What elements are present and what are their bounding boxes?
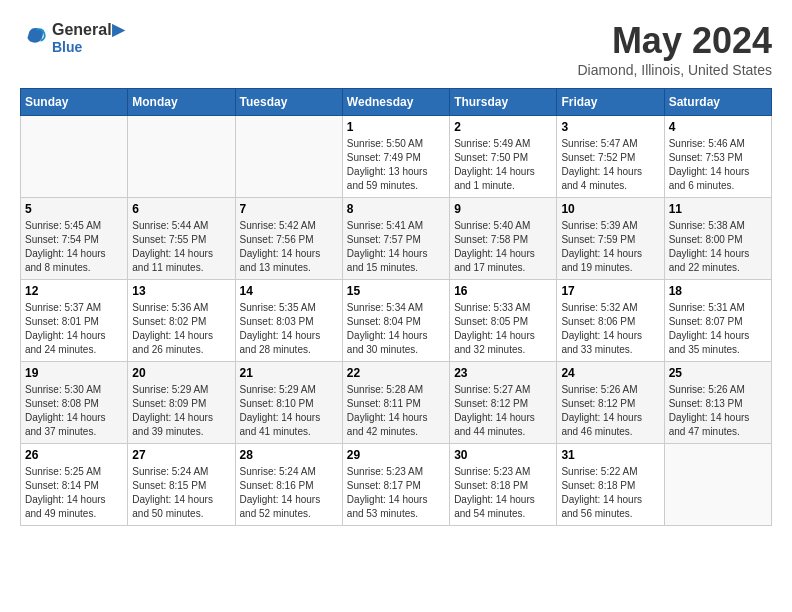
month-year-title: May 2024 <box>577 20 772 62</box>
day-number: 6 <box>132 202 230 216</box>
day-info: Sunrise: 5:35 AMSunset: 8:03 PMDaylight:… <box>240 301 338 357</box>
calendar-cell: 27Sunrise: 5:24 AMSunset: 8:15 PMDayligh… <box>128 444 235 526</box>
calendar-cell: 14Sunrise: 5:35 AMSunset: 8:03 PMDayligh… <box>235 280 342 362</box>
day-number: 31 <box>561 448 659 462</box>
weekday-header-friday: Friday <box>557 89 664 116</box>
calendar-cell: 29Sunrise: 5:23 AMSunset: 8:17 PMDayligh… <box>342 444 449 526</box>
calendar-week-3: 12Sunrise: 5:37 AMSunset: 8:01 PMDayligh… <box>21 280 772 362</box>
day-info: Sunrise: 5:31 AMSunset: 8:07 PMDaylight:… <box>669 301 767 357</box>
day-info: Sunrise: 5:49 AMSunset: 7:50 PMDaylight:… <box>454 137 552 193</box>
day-number: 14 <box>240 284 338 298</box>
calendar-cell: 26Sunrise: 5:25 AMSunset: 8:14 PMDayligh… <box>21 444 128 526</box>
calendar-cell: 25Sunrise: 5:26 AMSunset: 8:13 PMDayligh… <box>664 362 771 444</box>
day-number: 24 <box>561 366 659 380</box>
day-number: 30 <box>454 448 552 462</box>
title-block: May 2024 Diamond, Illinois, United State… <box>577 20 772 78</box>
day-number: 12 <box>25 284 123 298</box>
calendar-cell: 17Sunrise: 5:32 AMSunset: 8:06 PMDayligh… <box>557 280 664 362</box>
calendar-week-5: 26Sunrise: 5:25 AMSunset: 8:14 PMDayligh… <box>21 444 772 526</box>
calendar-cell: 21Sunrise: 5:29 AMSunset: 8:10 PMDayligh… <box>235 362 342 444</box>
calendar-cell: 20Sunrise: 5:29 AMSunset: 8:09 PMDayligh… <box>128 362 235 444</box>
calendar-cell: 16Sunrise: 5:33 AMSunset: 8:05 PMDayligh… <box>450 280 557 362</box>
day-info: Sunrise: 5:42 AMSunset: 7:56 PMDaylight:… <box>240 219 338 275</box>
day-info: Sunrise: 5:32 AMSunset: 8:06 PMDaylight:… <box>561 301 659 357</box>
day-number: 25 <box>669 366 767 380</box>
logo-icon <box>20 24 48 52</box>
calendar-cell: 23Sunrise: 5:27 AMSunset: 8:12 PMDayligh… <box>450 362 557 444</box>
calendar-cell: 6Sunrise: 5:44 AMSunset: 7:55 PMDaylight… <box>128 198 235 280</box>
day-info: Sunrise: 5:29 AMSunset: 8:09 PMDaylight:… <box>132 383 230 439</box>
day-info: Sunrise: 5:29 AMSunset: 8:10 PMDaylight:… <box>240 383 338 439</box>
day-number: 11 <box>669 202 767 216</box>
day-info: Sunrise: 5:24 AMSunset: 8:16 PMDaylight:… <box>240 465 338 521</box>
day-number: 29 <box>347 448 445 462</box>
day-number: 22 <box>347 366 445 380</box>
weekday-header-monday: Monday <box>128 89 235 116</box>
calendar-cell: 7Sunrise: 5:42 AMSunset: 7:56 PMDaylight… <box>235 198 342 280</box>
calendar-week-2: 5Sunrise: 5:45 AMSunset: 7:54 PMDaylight… <box>21 198 772 280</box>
day-number: 8 <box>347 202 445 216</box>
calendar-cell: 24Sunrise: 5:26 AMSunset: 8:12 PMDayligh… <box>557 362 664 444</box>
day-info: Sunrise: 5:23 AMSunset: 8:18 PMDaylight:… <box>454 465 552 521</box>
day-info: Sunrise: 5:50 AMSunset: 7:49 PMDaylight:… <box>347 137 445 193</box>
day-number: 5 <box>25 202 123 216</box>
weekday-header-row: SundayMondayTuesdayWednesdayThursdayFrid… <box>21 89 772 116</box>
calendar-week-4: 19Sunrise: 5:30 AMSunset: 8:08 PMDayligh… <box>21 362 772 444</box>
day-info: Sunrise: 5:34 AMSunset: 8:04 PMDaylight:… <box>347 301 445 357</box>
calendar-table: SundayMondayTuesdayWednesdayThursdayFrid… <box>20 88 772 526</box>
day-info: Sunrise: 5:23 AMSunset: 8:17 PMDaylight:… <box>347 465 445 521</box>
calendar-cell <box>235 116 342 198</box>
day-number: 21 <box>240 366 338 380</box>
calendar-cell <box>128 116 235 198</box>
calendar-cell: 2Sunrise: 5:49 AMSunset: 7:50 PMDaylight… <box>450 116 557 198</box>
day-number: 23 <box>454 366 552 380</box>
weekday-header-wednesday: Wednesday <box>342 89 449 116</box>
calendar-cell: 5Sunrise: 5:45 AMSunset: 7:54 PMDaylight… <box>21 198 128 280</box>
calendar-cell: 13Sunrise: 5:36 AMSunset: 8:02 PMDayligh… <box>128 280 235 362</box>
calendar-cell: 30Sunrise: 5:23 AMSunset: 8:18 PMDayligh… <box>450 444 557 526</box>
day-number: 28 <box>240 448 338 462</box>
location-title: Diamond, Illinois, United States <box>577 62 772 78</box>
day-number: 3 <box>561 120 659 134</box>
calendar-cell: 4Sunrise: 5:46 AMSunset: 7:53 PMDaylight… <box>664 116 771 198</box>
day-number: 20 <box>132 366 230 380</box>
day-number: 27 <box>132 448 230 462</box>
calendar-cell: 11Sunrise: 5:38 AMSunset: 8:00 PMDayligh… <box>664 198 771 280</box>
calendar-week-1: 1Sunrise: 5:50 AMSunset: 7:49 PMDaylight… <box>21 116 772 198</box>
weekday-header-sunday: Sunday <box>21 89 128 116</box>
day-number: 18 <box>669 284 767 298</box>
day-number: 17 <box>561 284 659 298</box>
day-info: Sunrise: 5:38 AMSunset: 8:00 PMDaylight:… <box>669 219 767 275</box>
day-number: 1 <box>347 120 445 134</box>
calendar-cell: 31Sunrise: 5:22 AMSunset: 8:18 PMDayligh… <box>557 444 664 526</box>
calendar-cell: 9Sunrise: 5:40 AMSunset: 7:58 PMDaylight… <box>450 198 557 280</box>
day-info: Sunrise: 5:46 AMSunset: 7:53 PMDaylight:… <box>669 137 767 193</box>
calendar-cell: 3Sunrise: 5:47 AMSunset: 7:52 PMDaylight… <box>557 116 664 198</box>
day-info: Sunrise: 5:41 AMSunset: 7:57 PMDaylight:… <box>347 219 445 275</box>
calendar-cell: 12Sunrise: 5:37 AMSunset: 8:01 PMDayligh… <box>21 280 128 362</box>
day-number: 9 <box>454 202 552 216</box>
day-info: Sunrise: 5:36 AMSunset: 8:02 PMDaylight:… <box>132 301 230 357</box>
day-info: Sunrise: 5:44 AMSunset: 7:55 PMDaylight:… <box>132 219 230 275</box>
day-info: Sunrise: 5:45 AMSunset: 7:54 PMDaylight:… <box>25 219 123 275</box>
day-number: 2 <box>454 120 552 134</box>
day-info: Sunrise: 5:47 AMSunset: 7:52 PMDaylight:… <box>561 137 659 193</box>
day-info: Sunrise: 5:40 AMSunset: 7:58 PMDaylight:… <box>454 219 552 275</box>
weekday-header-saturday: Saturday <box>664 89 771 116</box>
day-info: Sunrise: 5:33 AMSunset: 8:05 PMDaylight:… <box>454 301 552 357</box>
day-number: 16 <box>454 284 552 298</box>
day-info: Sunrise: 5:28 AMSunset: 8:11 PMDaylight:… <box>347 383 445 439</box>
day-info: Sunrise: 5:27 AMSunset: 8:12 PMDaylight:… <box>454 383 552 439</box>
weekday-header-tuesday: Tuesday <box>235 89 342 116</box>
logo-text: General▶ Blue <box>52 20 124 55</box>
day-info: Sunrise: 5:25 AMSunset: 8:14 PMDaylight:… <box>25 465 123 521</box>
day-info: Sunrise: 5:39 AMSunset: 7:59 PMDaylight:… <box>561 219 659 275</box>
day-number: 10 <box>561 202 659 216</box>
calendar-cell: 8Sunrise: 5:41 AMSunset: 7:57 PMDaylight… <box>342 198 449 280</box>
day-info: Sunrise: 5:24 AMSunset: 8:15 PMDaylight:… <box>132 465 230 521</box>
calendar-cell <box>664 444 771 526</box>
day-info: Sunrise: 5:26 AMSunset: 8:12 PMDaylight:… <box>561 383 659 439</box>
calendar-cell: 19Sunrise: 5:30 AMSunset: 8:08 PMDayligh… <box>21 362 128 444</box>
day-number: 7 <box>240 202 338 216</box>
calendar-cell: 18Sunrise: 5:31 AMSunset: 8:07 PMDayligh… <box>664 280 771 362</box>
